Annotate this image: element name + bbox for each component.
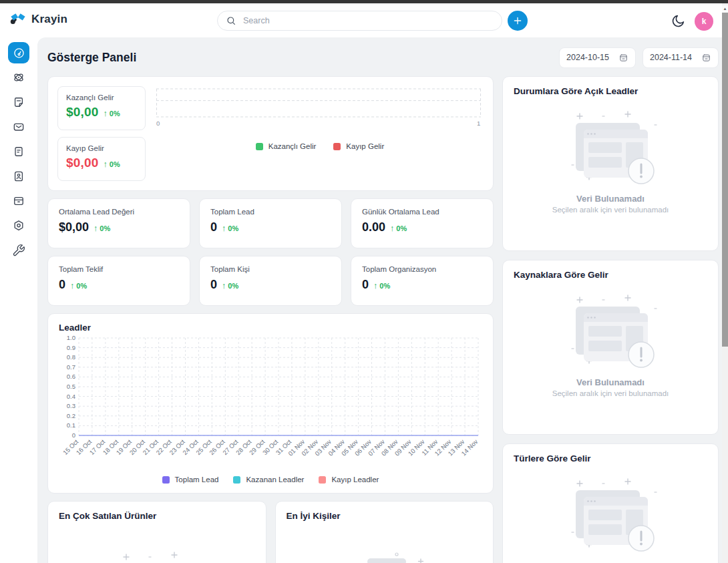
search-input[interactable] xyxy=(242,15,494,26)
sidebar-item-contacts[interactable] xyxy=(8,166,29,187)
stat-value: 0 xyxy=(362,278,369,292)
stat-label: Toplam Lead xyxy=(210,208,331,216)
arrow-up-icon: ↑ xyxy=(104,109,108,118)
calendar-icon xyxy=(701,53,711,63)
no-data-illustration xyxy=(105,548,209,563)
legend-item-lost-leads[interactable]: Kayıp Leadler xyxy=(319,476,379,484)
legend-item-lost[interactable]: Kayıp Gelir xyxy=(333,142,384,150)
no-data-illustration xyxy=(327,550,441,563)
legend-item-won[interactable]: Kazançlı Gelir xyxy=(256,142,317,150)
date-to-value: 2024-11-14 xyxy=(650,53,692,62)
brand-logo[interactable]: Krayin xyxy=(9,12,67,27)
date-from-picker[interactable]: 2024-10-15 xyxy=(559,47,636,68)
quick-create-button[interactable] xyxy=(508,11,528,31)
panel-title: Kaynaklara Göre Gelir xyxy=(514,270,707,280)
legend-label: Kazançlı Gelir xyxy=(268,142,317,150)
empty-state: Veri Bulunamadı Seçilen aralık için veri… xyxy=(514,291,707,397)
contact-book-icon xyxy=(12,170,25,183)
won-revenue-delta: ↑ 0% xyxy=(104,109,120,118)
legend-item-total-leads[interactable]: Toplam Lead xyxy=(162,476,219,484)
svg-text:0.2: 0.2 xyxy=(67,412,75,419)
svg-text:1: 1 xyxy=(477,120,480,126)
arrow-up-icon: ↑ xyxy=(222,281,226,291)
legend-item-won-leads[interactable]: Kazanan Leadler xyxy=(233,476,304,484)
empty-state-subtitle: Seçilen aralık için veri bulunamadı xyxy=(552,389,669,397)
top-persons-title: En İyi Kişiler xyxy=(287,511,483,521)
arrow-up-icon: ↑ xyxy=(390,224,394,233)
page-scrollbar[interactable]: ▲ xyxy=(722,3,728,563)
stat-delta: ↑ 0% xyxy=(70,281,87,291)
stat-delta: ↑ 0% xyxy=(373,281,390,291)
empty-state: Veri Bulunamadı Seçilen aralık için veri… xyxy=(514,107,707,214)
no-data-illustration xyxy=(558,291,663,369)
legend-label: Kayıp Leadler xyxy=(331,476,379,484)
svg-text:0.6: 0.6 xyxy=(67,373,75,380)
leads-legend: Toplam Lead Kazanan Leadler Kayıp Leadle… xyxy=(59,476,482,484)
stat-delta: ↑ 0% xyxy=(222,281,238,291)
scrollbar-up-arrow[interactable]: ▲ xyxy=(722,5,728,12)
won-revenue-card: Kazançlı Gelir $0,00 ↑ 0% xyxy=(57,86,146,130)
sidebar-item-quotes[interactable] xyxy=(8,91,29,113)
lost-revenue-delta: ↑ 0% xyxy=(104,160,120,169)
stat-card-avg-lead-value: Ortalama Lead Değeri $0,00 ↑ 0% xyxy=(47,198,190,248)
plus-icon xyxy=(512,15,523,26)
revenue-by-sources-panel: Kaynaklara Göre Gelir Veri Bulunamadı Se… xyxy=(502,260,719,435)
panel-title: Durumlara Göre Açık Leadler xyxy=(514,86,707,96)
legend-swatch xyxy=(256,143,263,150)
top-persons-card: En İyi Kişiler xyxy=(275,501,494,563)
legend-label: Kayıp Gelir xyxy=(346,142,384,150)
wrench-icon xyxy=(12,244,25,257)
stat-delta: ↑ 0% xyxy=(390,224,407,233)
won-revenue-label: Kazançlı Gelir xyxy=(66,93,137,102)
arrow-up-icon: ↑ xyxy=(373,281,377,291)
date-from-value: 2024-10-15 xyxy=(566,53,609,62)
scrollbar-thumb[interactable] xyxy=(722,13,728,347)
svg-text:1.0: 1.0 xyxy=(67,334,75,341)
sidebar-item-activities[interactable] xyxy=(8,141,29,162)
dark-mode-toggle[interactable] xyxy=(671,13,687,29)
stat-label: Toplam Kişi xyxy=(210,265,331,273)
sidebar-item-configuration[interactable] xyxy=(8,240,29,261)
sidebar-item-settings[interactable] xyxy=(8,215,29,236)
empty-state: Veri Bulunamadı Seçilen aralık için veri… xyxy=(514,474,707,563)
date-to-picker[interactable]: 2024-11-14 xyxy=(643,47,719,68)
sidebar-item-leads[interactable] xyxy=(8,67,29,88)
sidebar-item-dashboard[interactable] xyxy=(8,42,29,63)
sidebar-nav xyxy=(0,37,37,563)
global-search[interactable] xyxy=(217,11,502,31)
bottom-row: En Çok Satılan Ürünler En İyi Kişiler xyxy=(47,501,494,563)
revenue-chart: 01 Kazançlı Gelir Kayıp Gelir xyxy=(156,86,484,181)
legend-label: Toplam Lead xyxy=(175,476,219,484)
stat-card-total-persons: Toplam Kişi 0 ↑ 0% xyxy=(199,256,342,306)
svg-text:0.1: 0.1 xyxy=(67,421,75,429)
stat-label: Ortalama Lead Değeri xyxy=(59,208,179,216)
date-range: 2024-10-15 2024-11-14 xyxy=(559,47,719,68)
stat-delta: ↑ 0% xyxy=(94,224,110,233)
titlebar: Gösterge Paneli 2024-10-15 2024-11-14 xyxy=(47,47,719,68)
dashboard-content: Gösterge Paneli 2024-10-15 2024-11-14 xyxy=(37,37,722,563)
orbit-icon xyxy=(12,71,25,84)
stat-card-total-leads: Toplam Lead 0 ↑ 0% xyxy=(199,198,342,248)
leads-chart: 1.00.90.80.70.60.50.40.30.20.1015 Oct16 … xyxy=(59,333,482,474)
svg-text:0.5: 0.5 xyxy=(67,383,75,390)
user-avatar[interactable]: k xyxy=(695,12,713,31)
top-products-card: En Çok Satılan Ürünler xyxy=(47,501,266,563)
envelope-icon xyxy=(12,120,25,134)
legend-swatch xyxy=(233,476,240,484)
stat-value: 0.00 xyxy=(362,220,385,234)
nut-icon xyxy=(12,219,25,232)
stat-card-total-organizations: Toplam Organizasyon 0 ↑ 0% xyxy=(351,256,494,306)
stat-value: 0 xyxy=(59,278,65,292)
svg-text:0: 0 xyxy=(72,431,75,439)
sidebar-item-products[interactable] xyxy=(8,190,29,212)
revenue-legend: Kazançlı Gelir Kayıp Gelir xyxy=(156,142,484,150)
stat-delta: ↑ 0% xyxy=(222,224,238,233)
stat-value: $0,00 xyxy=(59,220,89,234)
top-bar: Krayin k xyxy=(0,3,728,37)
leads-chart-title: Leadler xyxy=(59,323,482,333)
won-revenue-value: $0,00 xyxy=(66,105,99,120)
sidebar-item-mail[interactable] xyxy=(8,116,29,138)
empty-state-subtitle: Seçilen aralık için veri bulunamadı xyxy=(552,206,669,214)
empty-state-title: Veri Bulunamadı xyxy=(576,194,645,204)
stat-value: 0 xyxy=(210,278,217,292)
